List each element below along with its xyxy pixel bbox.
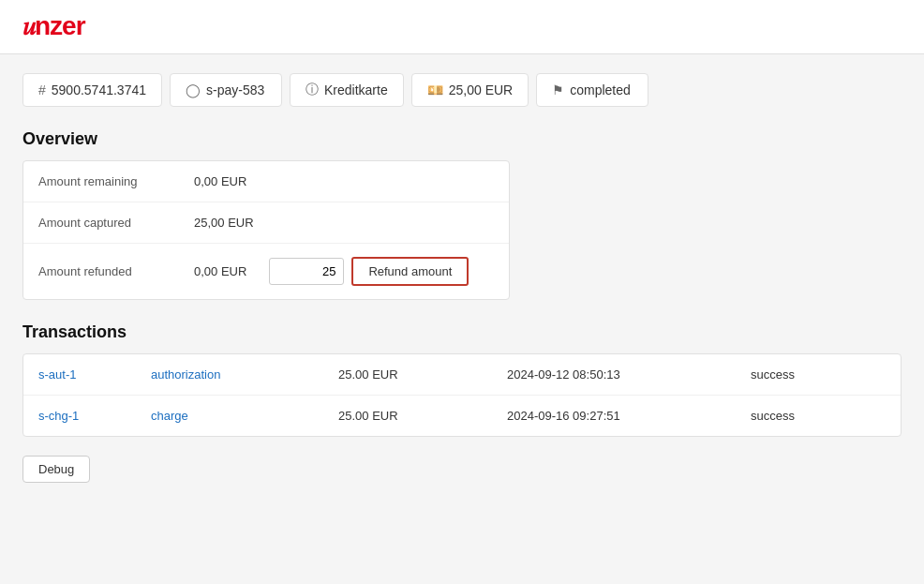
card-icon: 💴 [427,82,443,97]
row-amount-captured: Amount captured 25,00 EUR [23,202,509,244]
transactions-section: Transactions s-aut-1 authorization 25.00… [22,322,902,437]
tx-status-1: success [751,367,886,382]
tx-date-1: 2024-09-12 08:50:13 [507,367,751,382]
chip-status: ⚑ completed [536,73,648,107]
overview-section: Overview Amount remaining 0,00 EUR Amoun… [22,129,902,300]
value-amount-remaining: 0,00 EUR [194,174,246,188]
label-amount-captured: Amount captured [38,216,179,230]
refund-controls: Refund amount [269,257,469,286]
chip-amount: 💴 25,00 EUR [411,73,529,107]
amount-value: 25,00 EUR [449,82,513,97]
table-row: s-aut-1 authorization 25.00 EUR 2024-09-… [23,354,901,396]
main-content: # 5900.5741.3741 ◯ s-pay-583 ⓘ Kreditkar… [0,54,924,502]
value-amount-refunded: 0,00 EUR [194,264,246,278]
tx-date-2: 2024-09-16 09:27:51 [507,409,751,423]
payment-method-value: s-pay-583 [206,82,264,97]
row-amount-refunded: Amount refunded 0,00 EUR Refund amount [23,244,509,299]
tx-type-1[interactable]: authorization [151,367,338,382]
type-value: Kreditkarte [324,82,388,97]
tx-amount-1: 25.00 EUR [338,367,507,382]
header: 𝑢nzer [0,0,924,54]
transactions-table: s-aut-1 authorization 25.00 EUR 2024-09-… [22,353,902,437]
hash-icon: # [38,82,46,97]
chip-type: ⓘ Kreditkarte [290,73,404,107]
label-amount-refunded: Amount refunded [38,264,179,278]
chip-transaction-id: # 5900.5741.3741 [22,73,162,107]
refund-amount-button[interactable]: Refund amount [351,257,469,286]
logo: 𝑢nzer [22,11,902,42]
transactions-title: Transactions [22,322,902,342]
label-amount-remaining: Amount remaining [38,174,179,188]
overview-table: Amount remaining 0,00 EUR Amount capture… [22,160,510,300]
refund-amount-input[interactable] [269,258,344,285]
transaction-id-value: 5900.5741.3741 [52,82,146,97]
overview-title: Overview [22,129,902,149]
table-row: s-chg-1 charge 25.00 EUR 2024-09-16 09:2… [23,396,901,436]
spay-icon: ◯ [186,82,201,97]
info-bar: # 5900.5741.3741 ◯ s-pay-583 ⓘ Kreditkar… [22,73,902,107]
tx-type-2[interactable]: charge [151,409,338,423]
tx-status-2: success [751,409,886,423]
tx-id-2[interactable]: s-chg-1 [38,409,151,423]
status-value: completed [570,82,631,97]
flag-icon: ⚑ [552,82,564,97]
value-amount-captured: 25,00 EUR [194,216,254,230]
tx-amount-2: 25.00 EUR [338,409,507,423]
row-amount-remaining: Amount remaining 0,00 EUR [23,161,509,202]
info-icon: ⓘ [306,82,319,98]
logo-text: 𝑢nzer [22,11,85,40]
debug-button[interactable]: Debug [22,456,90,483]
chip-payment-method: ◯ s-pay-583 [170,73,282,107]
tx-id-1[interactable]: s-aut-1 [38,367,151,382]
